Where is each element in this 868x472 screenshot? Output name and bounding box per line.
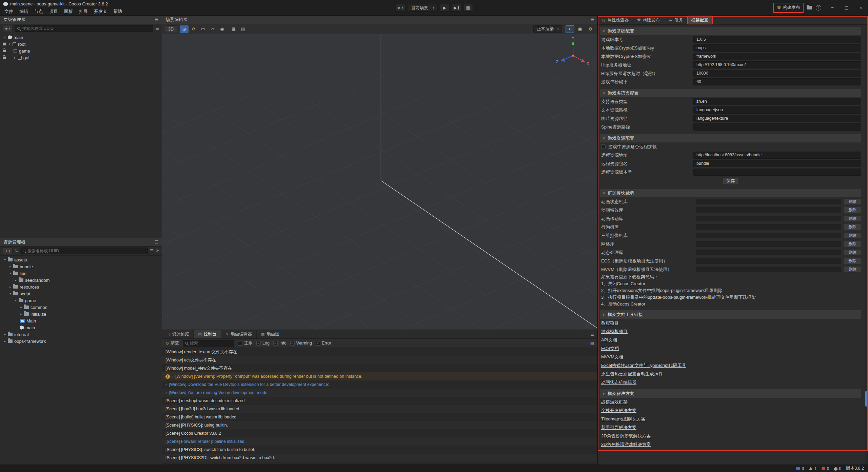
hierarchy-node[interactable]: ▾ ▸ gui	[0, 54, 162, 61]
build-publish-button[interactable]: ⚒ 构建发布	[774, 4, 803, 12]
save-button[interactable]: 保存	[723, 178, 738, 185]
text-input[interactable]	[693, 123, 861, 131]
section-header-resource[interactable]: ∨ 游戏资源配置	[600, 134, 861, 142]
section-header-game-basic[interactable]: ∨ 游戏基础配置	[600, 27, 861, 35]
doc-link[interactable]: 动画状态机编辑器	[601, 379, 636, 386]
expand-chevron-icon[interactable]: ›	[165, 390, 167, 395]
log-row[interactable]: ! › [Scene] Forward render pipeline init…	[162, 437, 597, 446]
expand-chevron-icon[interactable]: ›	[165, 382, 167, 387]
section-header-modules[interactable]: ∨ 框架模块裁剪	[600, 189, 861, 197]
log-row[interactable]: ! › [Window] You are running Vue in deve…	[162, 389, 597, 397]
doc-link[interactable]: MVVM文档	[601, 354, 623, 360]
solution-link[interactable]: Tiledmap地图解决方案	[601, 416, 646, 422]
log-row[interactable]: ! › [Window] ecs文件夹不存在	[162, 356, 597, 364]
transform-tool-button[interactable]: ▱	[208, 25, 217, 33]
hierarchy-node[interactable]: ▾ ▸ main	[0, 34, 162, 41]
close-button[interactable]: ×	[854, 0, 868, 16]
solution-link[interactable]: 新手引导解决方案	[601, 425, 636, 431]
text-input[interactable]: 1.0.5	[693, 36, 861, 43]
doc-link[interactable]: API文档	[601, 337, 617, 343]
text-input[interactable]: language/texture	[693, 115, 861, 122]
menu-item[interactable]: 节点	[31, 8, 46, 15]
asset-node[interactable]: ▾ ▸ common	[0, 304, 162, 311]
filter-icon[interactable]: ☰	[150, 249, 154, 253]
log-filter-checkbox[interactable]: ✓ Warning	[290, 341, 312, 346]
menu-item[interactable]: 文件	[1, 8, 16, 15]
current-scene-select[interactable]: 当前场景 ▾	[408, 4, 438, 12]
play-button[interactable]: ▶	[440, 4, 449, 12]
doc-link[interactable]: Excel格式转Json文件与TypeScript代码工具	[601, 362, 686, 369]
hierarchy-node[interactable]: ▾ ▸ root	[0, 41, 162, 47]
section-header-docs[interactable]: ∨ 框架文档工具链接	[600, 310, 861, 319]
transform-tool-button[interactable]: ◉	[218, 25, 226, 33]
expand-arrow-icon[interactable]: ▾	[3, 258, 7, 261]
doc-link[interactable]: 原生包热更新配置自动生成插件	[601, 371, 663, 377]
snap-tool-button[interactable]: ▥	[239, 25, 248, 33]
text-input[interactable]: http://localhost:8083/assets/bundle	[693, 152, 861, 159]
delete-module-button[interactable]: 删除	[844, 224, 861, 230]
maximize-button[interactable]: ▢	[840, 0, 854, 16]
asset-node[interactable]: ▾ ▸ resources	[0, 283, 162, 290]
log-row[interactable]: ! › [Scene] [PHYSICS2D]: switch from box…	[162, 454, 597, 462]
create-asset-button[interactable]: + ▾	[3, 248, 13, 254]
log-filter-checkbox[interactable]: ✓ Log	[256, 341, 270, 346]
solution-link[interactable]: 3D角色扮演游戏解决方案	[601, 441, 651, 448]
asset-node[interactable]: ▾ ▸ TS Main	[0, 317, 162, 324]
expand-arrow-icon[interactable]: ▾	[3, 36, 7, 39]
solution-link[interactable]: 全栈开发解决方案	[601, 408, 636, 414]
text-input[interactable]: bundle	[693, 160, 861, 167]
transform-tool-button[interactable]: ▭	[199, 25, 208, 33]
log-row[interactable]: ! › [Window] Download the Vue Devtools e…	[162, 380, 597, 389]
create-node-button[interactable]: + ▾	[3, 25, 13, 32]
menu-item[interactable]: 帮助	[110, 8, 125, 15]
menu-item[interactable]: 编辑	[16, 8, 31, 15]
console-search-input[interactable]: 搜索	[183, 340, 234, 347]
step-button[interactable]: ▶	[451, 4, 461, 12]
render-mode-select[interactable]: 正常渲染 ▾	[533, 25, 562, 33]
doc-link[interactable]: 教程项目	[601, 320, 619, 326]
collapse-arrow-icon[interactable]: ▸	[13, 56, 17, 59]
log-file-icon[interactable]: ▤	[590, 341, 594, 346]
log-row[interactable]: ! › [Scene] Cocos Creator v3.8.2	[162, 429, 597, 437]
section-header-solutions[interactable]: ∨ 框架解决方案	[600, 389, 861, 398]
log-filter-checkbox[interactable]: ✓ 正则	[238, 340, 253, 346]
delete-module-button[interactable]: 删除	[844, 232, 861, 239]
log-row[interactable]: ! › [Scene] [PHYSICS]: switch from built…	[162, 446, 597, 454]
scrollbar-thumb[interactable]	[865, 391, 867, 407]
scene-viewport[interactable]: Y X Z	[162, 34, 597, 330]
collapse-arrow-icon[interactable]: ▸	[3, 333, 7, 336]
inspector-tab[interactable]: ⚒ 构建发布	[633, 16, 664, 24]
delete-module-button[interactable]: 删除	[844, 207, 861, 213]
log-row[interactable]: ! › [Scene] [bullet]:bullet wasm lib loa…	[162, 413, 597, 421]
warning-count[interactable]: 1	[809, 466, 817, 471]
scrollbar[interactable]	[865, 25, 868, 465]
panel-menu-icon[interactable]: ☰	[590, 17, 594, 22]
log-row[interactable]: ! › [Window] render_texture文件夹不存在	[162, 348, 597, 356]
solution-link[interactable]: 2D角色扮演游戏解决方案	[601, 433, 651, 439]
expand-arrow-icon[interactable]: ▾	[8, 272, 13, 275]
log-row[interactable]: ! › [Scene] [box2d]:box2d wasm lib loade…	[162, 405, 597, 413]
log-filter-checkbox[interactable]: ✓ Info	[273, 341, 287, 346]
transform-tool-button[interactable]: ⟳	[189, 25, 198, 33]
asset-node[interactable]: ▾ ▸ assets	[0, 256, 162, 263]
text-input[interactable]: oops	[693, 44, 861, 52]
transform-tool-button[interactable]: ⊕	[180, 25, 189, 33]
text-input[interactable]: language/json	[693, 106, 861, 114]
expand-arrow-icon[interactable]: ▾	[7, 42, 12, 46]
panel-menu-icon[interactable]: ☰	[155, 17, 158, 22]
delete-module-button[interactable]: 删除	[844, 198, 861, 205]
text-input[interactable]: 10000	[693, 70, 861, 77]
menu-item[interactable]: 项目	[46, 8, 61, 15]
hierarchy-node[interactable]: ▾ ▸ game	[0, 47, 162, 54]
assets-search-input[interactable]: 搜索名称或 UUID	[20, 248, 148, 254]
text-input[interactable]: 60	[693, 78, 861, 85]
asset-node[interactable]: ▾ ▸ initialize	[0, 311, 162, 317]
console-tab[interactable]: ▦ 动画图	[257, 330, 284, 338]
menu-item[interactable]: 扩展	[76, 8, 91, 15]
project-folder-icon[interactable]	[807, 6, 812, 9]
lock-icon[interactable]	[3, 57, 6, 59]
text-input[interactable]	[693, 169, 861, 176]
preview-platform-button[interactable]: ➤ ▾	[395, 4, 406, 12]
clear-console-button[interactable]: ⊘ 清空	[165, 340, 179, 346]
delete-module-button[interactable]: 删除	[844, 258, 861, 264]
